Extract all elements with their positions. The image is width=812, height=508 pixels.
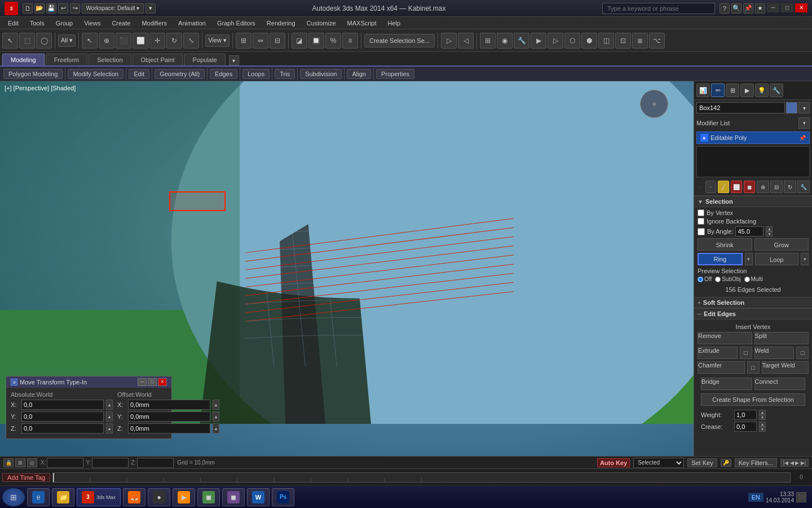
star-btn[interactable]: ★ <box>755 3 765 14</box>
extra-btn4[interactable]: ⊡ <box>615 33 631 49</box>
select-btn[interactable]: ↖ <box>82 33 98 49</box>
spinner-snap-btn[interactable]: ≡ <box>342 33 358 49</box>
selected-dropdown[interactable]: Selected <box>633 458 684 468</box>
object-name-input[interactable] <box>696 102 785 113</box>
y-abs-input[interactable] <box>21 411 104 422</box>
angle-down-btn[interactable]: ▼ <box>766 231 773 237</box>
ribbon-subdivision[interactable]: Subdivision <box>300 69 342 79</box>
taskbar-firefox[interactable]: 🦊 <box>123 488 145 506</box>
extrude-btn[interactable]: Extrude <box>698 347 738 359</box>
extra-btn5[interactable]: ≣ <box>632 33 648 49</box>
panel-motion-icon[interactable]: ▶ <box>740 84 754 97</box>
viewport-3d[interactable]: [+] [Perspective] [Shaded] ⊞ Z ↑ ⊕ Move … <box>0 81 694 456</box>
qa-undo[interactable]: ↩ <box>58 3 68 14</box>
by-vertex-checkbox[interactable] <box>698 209 704 216</box>
snap-btn[interactable]: 🔲 <box>308 33 324 49</box>
menu-modifiers[interactable]: Modifiers <box>136 19 173 28</box>
extrude-settings-btn[interactable]: □ <box>740 347 752 359</box>
ring-arrow-btn[interactable]: ▾ <box>745 253 753 265</box>
ribbon-align[interactable]: Align <box>347 69 370 79</box>
pivot-btn[interactable]: ⊞ <box>236 33 251 49</box>
select-region-btn[interactable]: ⬚ <box>19 33 35 49</box>
create-shape-btn[interactable]: Create Shape From Selection <box>701 393 805 406</box>
menu-graph-editors[interactable]: Graph Editors <box>211 19 261 28</box>
tab-selection[interactable]: Selection <box>89 54 131 65</box>
object-color-btn[interactable]: ▾ <box>798 102 810 113</box>
select-circle-btn[interactable]: ⬜ <box>133 33 148 49</box>
extra-btn6[interactable]: ⌥ <box>649 33 665 49</box>
anim-controls[interactable]: |◀ ◀ ▶ ▶| <box>780 459 809 467</box>
weld-btn[interactable]: Weld <box>754 347 795 359</box>
modifier-pin-icon[interactable]: 📌 <box>799 135 806 141</box>
y-off-spinner[interactable]: ▲ <box>213 411 219 422</box>
sub-border-icon[interactable]: ⬜ <box>731 181 742 193</box>
weld-settings-btn[interactable]: □ <box>796 347 809 359</box>
minimize-button[interactable]: ─ <box>767 3 779 12</box>
language-indicator[interactable]: EN <box>748 493 764 502</box>
maximize-button[interactable]: □ <box>781 3 793 12</box>
menu-help[interactable]: Help <box>382 19 407 28</box>
panel-utilities-icon[interactable]: 🔧 <box>770 84 783 97</box>
taskbar-chrome[interactable]: ● <box>148 488 170 506</box>
ring-btn[interactable]: Ring <box>698 253 743 265</box>
loop-btn[interactable]: Loop <box>755 253 799 265</box>
percent-snap-btn[interactable]: % <box>325 33 341 49</box>
qa-new[interactable]: 🗋 <box>23 3 33 14</box>
ribbon-expand-btn[interactable]: ▾ <box>229 55 239 65</box>
search-input[interactable] <box>602 3 715 14</box>
panel-display-icon[interactable]: 📊 <box>696 84 710 97</box>
filter-dropdown[interactable]: All ▾ <box>58 34 76 47</box>
z-abs-input[interactable] <box>21 423 104 433</box>
object-color-swatch[interactable] <box>786 102 797 113</box>
soft-selection-header[interactable]: + Soft Selection <box>694 297 812 308</box>
named-select2-btn[interactable]: ◁ <box>458 33 474 49</box>
time-slider[interactable] <box>52 472 791 483</box>
select-move-btn[interactable]: ⊕ <box>99 33 114 49</box>
chamfer-settings-btn[interactable]: □ <box>747 361 760 374</box>
render-active-btn[interactable]: ▷ <box>548 33 563 49</box>
ribbon-tris[interactable]: Tris <box>275 69 295 79</box>
nav-cube[interactable]: ⊞ <box>640 90 668 118</box>
crease-down-btn[interactable]: ▼ <box>759 427 766 432</box>
angle-snap-btn[interactable]: ◪ <box>292 33 307 49</box>
taskbar-app6[interactable]: ◼ <box>222 488 245 506</box>
sub-extra-1[interactable]: ⊕ <box>757 181 769 193</box>
modifier-dropdown-btn[interactable]: ▾ <box>798 117 810 129</box>
tab-freeform[interactable]: Freeform <box>46 54 88 65</box>
weight-input[interactable] <box>734 410 757 420</box>
panel-lights-icon[interactable]: 💡 <box>755 84 769 97</box>
dialog-minimize[interactable]: ─ <box>138 378 147 386</box>
status-lock-icon[interactable]: 🔒 <box>3 458 14 467</box>
split-btn[interactable]: Split <box>754 332 809 344</box>
extra-btn1[interactable]: ⬡ <box>564 33 580 49</box>
rotate-btn[interactable]: ↻ <box>166 33 182 49</box>
show-desktop-btn[interactable]: ⬛ <box>796 492 806 502</box>
sub-extra-2[interactable]: ⊟ <box>770 181 783 193</box>
menu-maxscript[interactable]: MAXScript <box>342 19 382 28</box>
select-obj-btn[interactable]: ↖ <box>2 33 18 49</box>
crease-input[interactable] <box>734 422 757 432</box>
selection-section-header[interactable]: ▼ Selection <box>694 196 812 207</box>
z-off-input[interactable] <box>128 423 210 433</box>
taskbar-explorer[interactable]: 📁 <box>52 488 74 506</box>
dialog-maximize[interactable]: □ <box>148 378 157 386</box>
help-btn[interactable]: ? <box>720 3 730 14</box>
menu-create[interactable]: Create <box>106 19 136 28</box>
taskbar-ie[interactable]: e <box>27 488 50 506</box>
angle-up-btn[interactable]: ▲ <box>766 226 773 231</box>
bridge-btn[interactable]: Bridge <box>701 378 752 390</box>
x-abs-spinner[interactable]: ▲ <box>106 400 113 410</box>
remove-btn[interactable]: Remove <box>698 332 752 344</box>
target-weld-btn[interactable]: Target Weld <box>762 361 809 374</box>
named-select-btn[interactable]: ▷ <box>441 33 457 49</box>
menu-edit[interactable]: Edit <box>2 19 24 28</box>
render-setup-btn[interactable]: 🔧 <box>514 33 529 49</box>
tab-object-paint[interactable]: Object Paint <box>133 54 183 65</box>
add-time-tag-btn[interactable]: Add Time Tag <box>2 473 50 482</box>
ribbon-edges[interactable]: Edges <box>210 69 237 79</box>
workspace-dropdown[interactable]: Workspace: Default ▾ <box>82 3 144 14</box>
y-off-input[interactable] <box>128 411 210 422</box>
editable-poly-modifier[interactable]: ■ Editable Poly 📌 <box>696 132 810 144</box>
select-freeform-btn[interactable]: ◯ <box>36 33 52 49</box>
menu-group[interactable]: Group <box>50 19 79 28</box>
